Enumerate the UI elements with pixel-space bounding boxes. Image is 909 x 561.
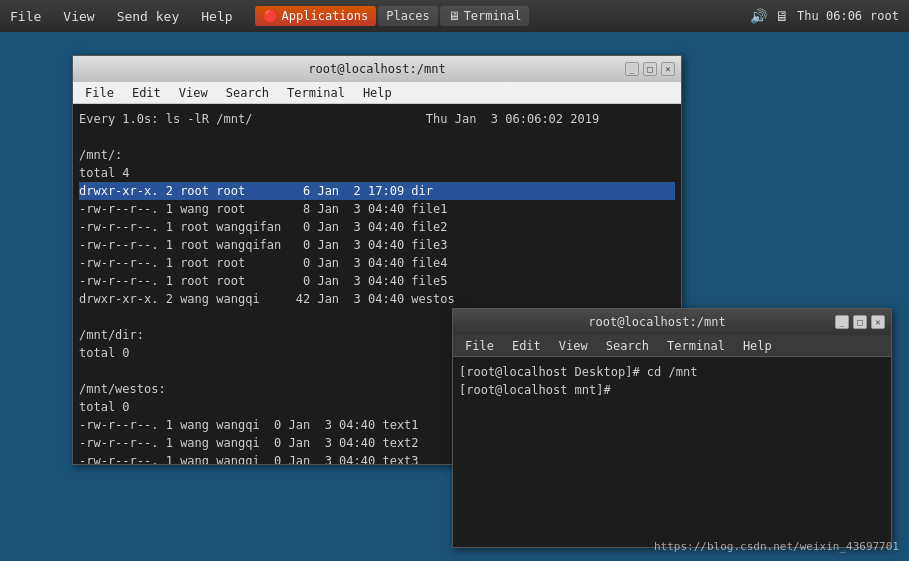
terminal-1-menu-help[interactable]: Help (355, 84, 400, 102)
term-line-9: -rw-r--r--. 1 root root 0 Jan 3 04:40 fi… (79, 272, 675, 290)
terminal-1-menubar: File Edit View Search Terminal Help (73, 82, 681, 104)
term2-line-0: [root@localhost Desktop]# cd /mnt (459, 363, 885, 381)
terminal-2-menu-edit[interactable]: Edit (504, 337, 549, 355)
terminal-1-menu-file[interactable]: File (77, 84, 122, 102)
terminal-2-menu-view[interactable]: View (551, 337, 596, 355)
taskbar-menu-sendkey[interactable]: Send key (107, 5, 190, 28)
terminal-1-menu-search[interactable]: Search (218, 84, 277, 102)
watermark: https://blog.csdn.net/weixin_43697701 (654, 540, 899, 553)
terminal-2-titlebar: root@localhost:/mnt _ □ ✕ (453, 309, 891, 335)
term-line-4-highlighted: drwxr-xr-x. 2 root root 6 Jan 2 17:09 di… (79, 182, 675, 200)
terminal-1-maximize[interactable]: □ (643, 62, 657, 76)
taskbar-places-btn[interactable]: Places (378, 6, 437, 26)
terminal-2-minimize[interactable]: _ (835, 315, 849, 329)
term2-line-1: [root@localhost mnt]# (459, 381, 885, 399)
taskbar-terminal-btn[interactable]: 🖥 Terminal (440, 6, 530, 26)
taskbar-applications-btn[interactable]: 🔴 Applications (255, 6, 377, 26)
term-line-5: -rw-r--r--. 1 wang root 8 Jan 3 04:40 fi… (79, 200, 675, 218)
terminal-2-maximize[interactable]: □ (853, 315, 867, 329)
term-line-1 (79, 128, 675, 146)
network-icon[interactable]: 🖥 (775, 8, 789, 24)
terminal-2-controls: _ □ ✕ (835, 315, 885, 329)
terminal-2-menu-search[interactable]: Search (598, 337, 657, 355)
terminal-1-close[interactable]: ✕ (661, 62, 675, 76)
terminal-2-close[interactable]: ✕ (871, 315, 885, 329)
term-line-10: drwxr-xr-x. 2 wang wangqi 42 Jan 3 04:40… (79, 290, 675, 308)
volume-icon[interactable]: 🔊 (750, 8, 767, 24)
term-line-2: /mnt/: (79, 146, 675, 164)
terminal-2-title: root@localhost:/mnt (479, 315, 835, 329)
term-line-7: -rw-r--r--. 1 root wangqifan 0 Jan 3 04:… (79, 236, 675, 254)
taskbar-right: 🔊 🖥 Thu 06:06 root (750, 8, 909, 24)
term-line-0: Every 1.0s: ls -lR /mnt/ Thu Jan 3 06:06… (79, 110, 675, 128)
taskbar-time: Thu 06:06 (797, 9, 862, 23)
taskbar-menu-file[interactable]: File (0, 5, 51, 28)
taskbar: File View Send key Help 🔴 Applications P… (0, 0, 909, 32)
terminal-1-menu-edit[interactable]: Edit (124, 84, 169, 102)
terminal-1-titlebar: root@localhost:/mnt _ □ ✕ (73, 56, 681, 82)
terminal-1-controls: _ □ ✕ (625, 62, 675, 76)
terminal-1-menu-terminal[interactable]: Terminal (279, 84, 353, 102)
taskbar-menu-help[interactable]: Help (191, 5, 242, 28)
taskbar-user: root (870, 9, 899, 23)
terminal-2-menu-help[interactable]: Help (735, 337, 780, 355)
terminal-1-title: root@localhost:/mnt (129, 62, 625, 76)
terminal-window-2: root@localhost:/mnt _ □ ✕ File Edit View… (452, 308, 892, 548)
term-line-3: total 4 (79, 164, 675, 182)
terminal-2-content[interactable]: [root@localhost Desktop]# cd /mnt [root@… (453, 357, 891, 547)
terminal-2-menu-terminal[interactable]: Terminal (659, 337, 733, 355)
terminal-1-minimize[interactable]: _ (625, 62, 639, 76)
terminal-2-menubar: File Edit View Search Terminal Help (453, 335, 891, 357)
terminal-2-menu-file[interactable]: File (457, 337, 502, 355)
taskbar-menu-view[interactable]: View (53, 5, 104, 28)
term-line-6: -rw-r--r--. 1 root wangqifan 0 Jan 3 04:… (79, 218, 675, 236)
terminal-1-menu-view[interactable]: View (171, 84, 216, 102)
term-line-8: -rw-r--r--. 1 root root 0 Jan 3 04:40 fi… (79, 254, 675, 272)
taskbar-left: File View Send key Help 🔴 Applications P… (0, 5, 529, 28)
